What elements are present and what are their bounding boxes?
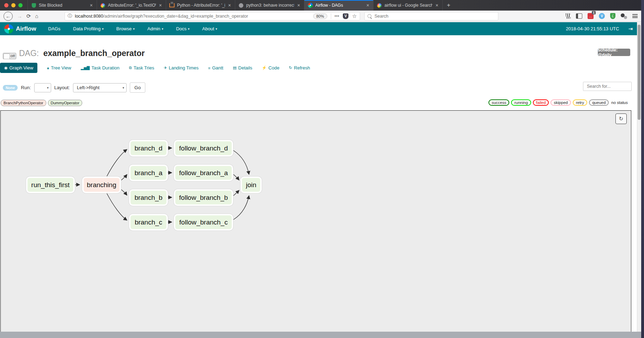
library-icon[interactable] (566, 13, 571, 19)
url-text: localhost:8080/admin/airflow/graph?execu… (75, 14, 248, 19)
tab-python-attributeerror[interactable]: Python - AttributeError: '_io.Tex × (166, 0, 235, 11)
tab-gantt[interactable]: ≡Gantt (208, 65, 223, 70)
browser-search-input[interactable] (374, 13, 495, 19)
dag-node-branch_c[interactable]: branch_c (129, 214, 168, 231)
tab-refresh[interactable]: ↻Refresh (289, 65, 310, 70)
graph-controls: None Run: ▾ Layout: Left->Right▾ Go (3, 82, 145, 93)
gantt-icon: ≡ (208, 66, 210, 70)
legend-queued: queued (589, 99, 609, 106)
tab-tree-view[interactable]: ♠Tree View (47, 65, 71, 70)
close-window-button[interactable] (4, 3, 8, 7)
github-icon (238, 3, 244, 8)
home-button[interactable]: ⌂ (35, 13, 38, 19)
minimize-window-button[interactable] (11, 3, 16, 7)
dag-node-branch_a[interactable]: branch_a (129, 165, 168, 181)
tab-attributeerror[interactable]: G AttributeError: '_io.TextIOWrapp × (97, 0, 166, 11)
dag-pause-toggle[interactable]: Off (3, 53, 16, 59)
go-button[interactable]: Go (130, 82, 145, 93)
layout-select[interactable]: Left->Right▾ (73, 83, 127, 92)
tab-task-tries[interactable]: ⧉Task Tries (129, 65, 154, 70)
dag-node-join[interactable]: join (241, 177, 262, 193)
tab-graph-view[interactable]: ◉Graph View (0, 63, 37, 73)
stackoverflow-icon (169, 3, 175, 8)
tab-code[interactable]: ⚡Code (262, 65, 279, 70)
dag-node-follow_branch_c[interactable]: follow_branch_c (174, 214, 233, 231)
dag-node-follow_branch_d[interactable]: follow_branch_d (174, 140, 233, 156)
tab-task-duration[interactable]: ▂▅▇Task Duration (81, 65, 120, 70)
site-info-icon[interactable]: ⓘ (68, 13, 72, 19)
legend-success: success (488, 99, 510, 106)
nav-item-data-profiling[interactable]: Data Profiling▾ (73, 26, 104, 31)
url-bar[interactable]: ⓘ localhost:8080/admin/airflow/graph?exe… (65, 12, 360, 20)
logout-icon[interactable]: ⇥ (628, 26, 633, 32)
shield-icon (31, 3, 36, 8)
close-icon[interactable]: × (89, 2, 93, 8)
airflow-logo-icon[interactable] (4, 24, 13, 33)
caret-down-icon: ▾ (123, 86, 124, 90)
nav-item-docs[interactable]: Docs▾ (176, 26, 189, 31)
task-search-box[interactable] (583, 82, 632, 91)
nav-item-admin[interactable]: Admin▾ (147, 26, 163, 31)
reload-button[interactable]: ⟳ (26, 13, 31, 19)
zoom-window-button[interactable] (18, 3, 23, 7)
dag-name: example_branch_operator (43, 49, 145, 58)
tab-site-blocked[interactable]: Site Blocked × (28, 0, 97, 11)
tab-airflow-dags-active[interactable]: Airflow - DAGs × (304, 0, 373, 11)
close-icon[interactable]: × (158, 2, 163, 8)
divider (331, 13, 331, 19)
caret-down-icon: ▾ (102, 27, 104, 31)
dag-node-run_this_first[interactable]: run_this_first (26, 177, 75, 193)
browser-tab-bar: Site Blocked × G AttributeError: '_io.Te… (0, 0, 641, 11)
legend-failed: failed (533, 99, 549, 106)
protection-shield-icon[interactable]: V (343, 13, 348, 19)
toggle-label: Off (11, 54, 15, 58)
task-search-input[interactable] (586, 84, 628, 89)
status-legend: success running failed skipped retry que… (488, 99, 628, 106)
vertical-scrollbar-thumb[interactable] (638, 25, 640, 120)
forward-button[interactable]: → (17, 13, 22, 19)
run-select[interactable]: ▾ (34, 83, 51, 92)
extension-shield-icon[interactable]: £ (610, 13, 615, 19)
nav-item-browse[interactable]: Browse▾ (116, 26, 135, 31)
page-actions-icon[interactable]: ••• (335, 14, 340, 18)
dag-node-follow_branch_b[interactable]: follow_branch_b (174, 189, 233, 206)
tab-python3-behave[interactable]: python3: behave incorrectly mo × (235, 0, 304, 11)
extension-blue-icon[interactable]: V (599, 13, 605, 19)
close-icon[interactable]: × (297, 2, 301, 8)
tab-title: Site Blocked (39, 3, 87, 8)
back-button[interactable]: ← (4, 12, 13, 21)
page-content: Off DAG: example_branch_operator schedul… (0, 35, 637, 332)
menu-hamburger-icon[interactable] (632, 14, 638, 18)
close-icon[interactable]: × (435, 2, 439, 8)
zoom-level-badge[interactable]: 80% (313, 13, 327, 19)
google-icon: G (100, 3, 105, 8)
tab-landing-times[interactable]: ✈Landing Times (164, 65, 199, 70)
extension-red-icon[interactable]: ···1 (588, 13, 594, 19)
tab-details[interactable]: ▤Details (233, 65, 252, 70)
dag-node-branching[interactable]: branching (82, 177, 121, 193)
airflow-pinwheel-icon (308, 3, 313, 8)
extension-spheres-icon[interactable] (621, 13, 627, 19)
tab-title: airflow ui - Google Search (384, 3, 432, 8)
dag-graph-canvas[interactable]: run_this_first branching branch_d branch… (0, 110, 631, 332)
airflow-brand[interactable]: Airflow (16, 25, 36, 32)
run-none-badge: None (3, 85, 18, 91)
nav-item-about[interactable]: About▾ (202, 26, 217, 31)
nav-item-dags[interactable]: DAGs (48, 26, 61, 31)
desktop-background-strip (641, 0, 644, 338)
new-tab-button[interactable]: + (442, 0, 455, 11)
browser-search-box[interactable] (364, 12, 498, 20)
dag-node-branch_d[interactable]: branch_d (129, 140, 168, 156)
graph-refresh-button[interactable]: ↻ (615, 113, 627, 124)
close-icon[interactable]: × (227, 2, 232, 8)
close-icon[interactable]: × (366, 2, 370, 8)
tab-title: Python - AttributeError: '_io.Tex (177, 3, 225, 8)
caret-down-icon: ▾ (133, 27, 135, 31)
sidebar-toggle-icon[interactable] (576, 13, 582, 19)
tree-view-icon: ♠ (47, 66, 49, 70)
tab-airflow-ui-search[interactable]: G airflow ui - Google Search × (373, 0, 442, 11)
dag-node-branch_b[interactable]: branch_b (129, 189, 168, 206)
bookmark-star-icon[interactable]: ☆ (352, 13, 357, 19)
dag-node-follow_branch_a[interactable]: follow_branch_a (174, 165, 233, 181)
task-tries-icon: ⧉ (129, 66, 132, 70)
